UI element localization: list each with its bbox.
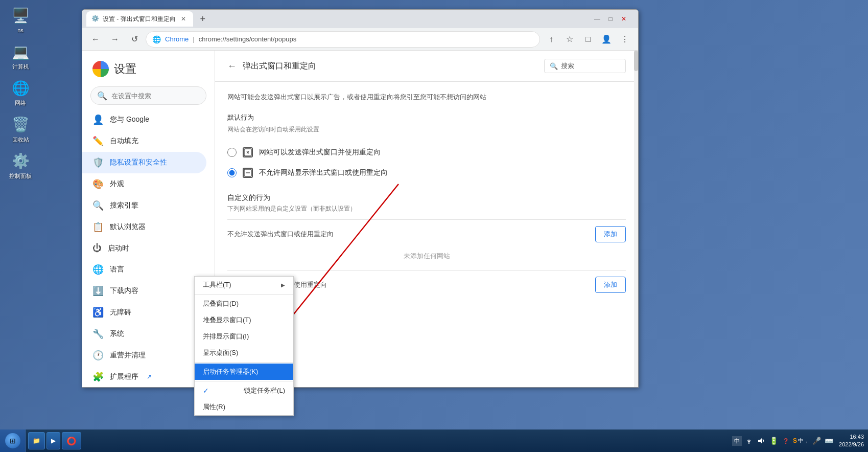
sidebar-item-autofill[interactable]: ✏️ 自动填充 <box>82 130 206 152</box>
profile-button[interactable]: 👤 <box>598 31 615 48</box>
toolbar: ← → ↺ 🌐 Chrome | chrome://settings/conte… <box>82 28 638 51</box>
ime-indicator[interactable]: 中 <box>732 436 742 446</box>
battery-tray-icon: 🔋 <box>768 436 779 446</box>
sidebar-item-system[interactable]: 🔧 系统 <box>82 323 206 345</box>
start-orb[interactable]: ⊞ <box>5 433 20 448</box>
radio-allow-input[interactable] <box>227 148 237 157</box>
radio-block-input[interactable] <box>227 168 237 177</box>
context-menu-taskmanager-label: 启动任务管理器(K) <box>203 367 258 376</box>
custom-section-desc: 下列网站采用的是自定义设置（而非默认设置） <box>227 205 626 213</box>
window-maximize-button[interactable]: □ <box>604 14 617 24</box>
radio-block-label: 不允许网站显示弹出式窗口或使用重定向 <box>259 168 388 177</box>
context-menu-lock-label: 锁定任务栏(L) <box>244 386 285 395</box>
tab-close-button[interactable]: ✕ <box>179 14 188 24</box>
custom-section-title: 自定义的行为 <box>227 193 626 202</box>
sidebar-item-appearance[interactable]: 🎨 外观 <box>82 173 206 195</box>
language-icon: 🌐 <box>92 264 104 275</box>
sidebar-item-download-label: 下载内容 <box>110 286 138 296</box>
system-tray: 中 🔋 ❓ S 中 ， 🎤 ⌨️ 16:43 2022/9/26 <box>732 433 868 449</box>
sidebar-item-language[interactable]: 🌐 语言 <box>82 259 206 280</box>
desktop-icon-recycle[interactable]: 🗑️ 回收站 <box>3 115 38 143</box>
sidebar-item-extensions[interactable]: 🧩 扩展程序 ↗ <box>82 366 206 387</box>
title-bar: ⚙️ 设置 - 弹出式窗口和重定向 ✕ + — □ ✕ <box>82 10 638 28</box>
context-menu-divider-3 <box>195 381 293 381</box>
browser-tab-active[interactable]: ⚙️ 设置 - 弹出式窗口和重定向 ✕ <box>86 11 193 27</box>
not-allowed-label: 不允许发送弹出式窗口或使用重定向 <box>227 230 334 239</box>
chrome-window: ⚙️ 设置 - 弹出式窗口和重定向 ✕ + — □ ✕ ← → ↺ <box>82 9 639 388</box>
sidebar-item-extensions-label: 扩展程序 <box>110 372 138 381</box>
context-menu-item-properties[interactable]: 属性(R) <box>195 399 293 415</box>
taskbar-item-chrome[interactable]: ⭕ <box>62 432 81 449</box>
microphone-icon[interactable]: 🎤 <box>811 436 822 446</box>
sidebar-item-reset-label: 重营并清理 <box>110 351 146 360</box>
desktop-icon-ns[interactable]: 🖥️ ns <box>3 5 38 34</box>
context-menu-item-toolbar[interactable]: 工具栏(T) ▶ <box>195 277 293 293</box>
content-body: 网站可能会发送弹出式窗口以展示广告，或者使用重定向将您引至您可能不想访问的网站 … <box>215 82 638 307</box>
content-back-button[interactable]: ← <box>227 61 237 72</box>
sidebar-item-google[interactable]: 👤 您与 Google <box>82 109 206 130</box>
bookmark-button[interactable]: ☆ <box>561 31 578 48</box>
sidebar-item-system-label: 系统 <box>110 329 124 338</box>
sidebar-search-bar[interactable]: 🔍 <box>90 86 206 105</box>
autofill-icon: ✏️ <box>92 135 104 147</box>
taskbar-start-button[interactable]: ⊞ <box>0 430 26 452</box>
context-menu-cascade-label: 层叠窗口(D) <box>203 299 239 308</box>
content-page-title: 弹出式窗口和重定向 <box>243 61 316 72</box>
context-menu-item-cascade[interactable]: 层叠窗口(D) <box>195 296 293 312</box>
refresh-button[interactable]: ↺ <box>126 31 143 48</box>
context-menu-item-showdesktop[interactable]: 显示桌面(S) <box>195 345 293 361</box>
sidebar-item-browser[interactable]: 📋 默认浏览器 <box>82 216 206 238</box>
volume-tray-icon[interactable] <box>756 436 766 446</box>
sidebar-search-input[interactable] <box>111 92 200 100</box>
sidebar-item-privacy[interactable]: 🛡️ 隐私设置和安全性 <box>82 152 206 173</box>
not-allowed-list-header: 不允许发送弹出式窗口或使用重定向 添加 <box>227 226 626 242</box>
context-menu-stack-label: 堆叠显示窗口(T) <box>203 315 251 325</box>
desktop-icon-computer[interactable]: 💻 计算机 <box>3 41 38 70</box>
extensions-button[interactable]: □ <box>580 31 596 48</box>
address-bar[interactable]: 🌐 Chrome | chrome://settings/content/pop… <box>146 31 540 48</box>
network-tray-icon[interactable] <box>744 436 754 446</box>
taskbar-item-file-explorer[interactable]: 📁 <box>28 432 45 449</box>
radio-block-option[interactable]: 不允许网站显示弹出式窗口或使用重定向 <box>227 163 626 183</box>
keyboard-icon[interactable]: ⌨️ <box>824 436 834 446</box>
context-menu-properties-label: 属性(R) <box>203 402 225 412</box>
not-allowed-add-button[interactable]: 添加 <box>595 226 626 242</box>
desktop-icon-controlpanel[interactable]: ⚙️ 控制面板 <box>3 151 38 179</box>
svg-point-5 <box>748 443 749 444</box>
taskbar-clock[interactable]: 16:43 2022/9/26 <box>839 433 864 449</box>
desktop-icon-network[interactable]: 🌐 网络 <box>3 78 38 106</box>
browser-icon: 📋 <box>92 221 104 233</box>
new-tab-button[interactable]: + <box>195 11 210 27</box>
chrome-logo <box>92 61 109 77</box>
sogou-ime-area[interactable]: S 中 ， <box>793 437 809 444</box>
sidebar-item-accessibility[interactable]: ♿ 无障碍 <box>82 302 206 323</box>
context-menu-item-stack[interactable]: 堆叠显示窗口(T) <box>195 312 293 328</box>
menu-button[interactable]: ⋮ <box>617 31 633 48</box>
question-icon: ❓ <box>783 438 789 444</box>
context-menu-item-taskmanager[interactable]: 启动任务管理器(K) <box>195 364 293 380</box>
sidebar-item-startup[interactable]: ⏻ 启动时 <box>82 238 206 259</box>
sidebar-item-download[interactable]: ⬇️ 下载内容 <box>82 280 206 302</box>
sidebar-item-reset[interactable]: 🕐 重营并清理 <box>82 345 206 366</box>
sidebar-item-google-label: 您与 Google <box>110 115 149 124</box>
share-button[interactable]: ↑ <box>543 31 559 48</box>
sidebar-item-search[interactable]: 🔍 搜索引擎 <box>82 195 206 216</box>
ime-mode-label: 中 <box>798 437 803 444</box>
startup-icon: ⏻ <box>92 243 102 254</box>
forward-button[interactable]: → <box>107 31 123 48</box>
not-allowed-empty: 未添加任何网站 <box>227 246 626 266</box>
taskbar: ⊞ 📁 ▶ ⭕ 中 🔋 <box>0 430 868 452</box>
allowed-add-button[interactable]: 添加 <box>595 277 626 293</box>
clock-date: 2022/9/26 <box>839 441 864 448</box>
taskbar-item-media[interactable]: ▶ <box>46 432 60 449</box>
window-minimize-button[interactable]: — <box>591 14 603 24</box>
tab-title: 设置 - 弹出式窗口和重定向 <box>103 15 176 24</box>
context-menu-item-sidebyside[interactable]: 并排显示窗口(I) <box>195 328 293 345</box>
content-search[interactable]: 🔍 搜索 <box>544 59 626 73</box>
context-menu-item-lock[interactable]: ✓ 锁定任务栏(L) <box>195 382 293 399</box>
back-button[interactable]: ← <box>87 31 104 48</box>
desktop-icon-network-label: 网络 <box>15 100 26 106</box>
radio-allow-option[interactable]: 网站可以发送弹出式窗口并使用重定向 <box>227 142 626 163</box>
window-close-button[interactable]: ✕ <box>618 14 630 24</box>
ime-cn-icon: 中 <box>734 437 740 445</box>
